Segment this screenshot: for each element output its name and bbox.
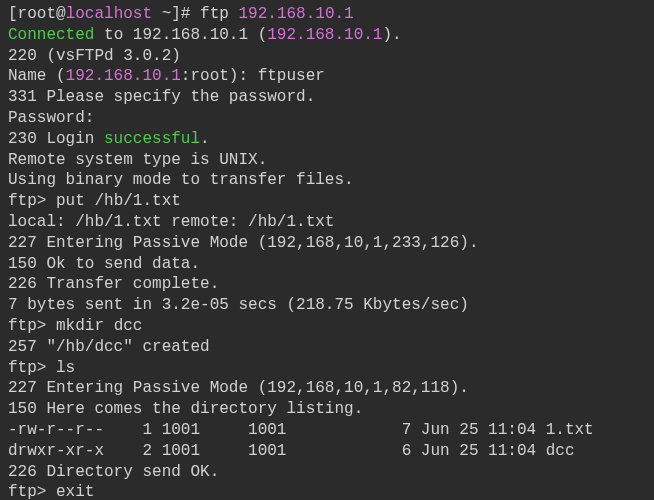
- ftp-put-line: ftp> put /hb/1.txt: [8, 191, 646, 212]
- mkdir-command[interactable]: mkdir dcc: [56, 317, 142, 335]
- local-remote: local: /hb/1.txt remote: /hb/1.txt: [8, 212, 646, 233]
- login-line: 230 Login successful.: [8, 129, 646, 150]
- dir-created: 257 "/hb/dcc" created: [8, 337, 646, 358]
- hostname: localhost: [66, 5, 152, 23]
- exit-command[interactable]: exit: [56, 483, 94, 500]
- name-ip: 192.168.10.1: [66, 67, 181, 85]
- ok-send-data: 150 Ok to send data.: [8, 254, 646, 275]
- name-pre: Name (: [8, 67, 66, 85]
- name-mid: :root):: [181, 67, 258, 85]
- at-sign: @: [56, 5, 66, 23]
- connected-end: ).: [382, 26, 401, 44]
- ftp-prompt: ftp>: [8, 359, 56, 377]
- connected-line: Connected to 192.168.10.1 (192.168.10.1)…: [8, 25, 646, 46]
- login-pre: 230 Login: [8, 130, 104, 148]
- system-type: Remote system type is UNIX.: [8, 150, 646, 171]
- bracket-open: [: [8, 5, 18, 23]
- put-command[interactable]: put /hb/1.txt: [56, 192, 181, 210]
- name-value[interactable]: ftpuser: [258, 67, 325, 85]
- pasv-mode-2: 227 Entering Passive Mode (192,168,10,1,…: [8, 378, 646, 399]
- login-successful: successful: [104, 130, 200, 148]
- pasv-mode-1: 227 Entering Passive Mode (192,168,10,1,…: [8, 233, 646, 254]
- dir-listing-header: 150 Here comes the directory listing.: [8, 399, 646, 420]
- bytes-sent: 7 bytes sent in 3.2e-05 secs (218.75 Kby…: [8, 295, 646, 316]
- connected-word: Connected: [8, 26, 94, 44]
- login-end: .: [200, 130, 210, 148]
- file-entry-2: drwxr-xr-x 2 1001 1001 6 Jun 25 11:04 dc…: [8, 441, 646, 462]
- path-prompt: ~]#: [152, 5, 200, 23]
- resp-331: 331 Please specify the password.: [8, 87, 646, 108]
- ftp-prompt: ftp>: [8, 483, 56, 500]
- connected-ip: 192.168.10.1: [267, 26, 382, 44]
- ftp-prompt: ftp>: [8, 192, 56, 210]
- ftp-mkdir-line: ftp> mkdir dcc: [8, 316, 646, 337]
- ftp-prompt: ftp>: [8, 317, 56, 335]
- ftp-target-ip: 192.168.10.1: [238, 5, 353, 23]
- binary-mode: Using binary mode to transfer files.: [8, 170, 646, 191]
- user: root: [18, 5, 56, 23]
- ftp-command[interactable]: ftp: [200, 5, 238, 23]
- dir-send-ok: 226 Directory send OK.: [8, 462, 646, 483]
- name-prompt-line: Name (192.168.10.1:root): ftpuser: [8, 66, 646, 87]
- ftp-exit-line: ftp> exit: [8, 482, 646, 500]
- connected-mid: to 192.168.10.1 (: [94, 26, 267, 44]
- password-prompt[interactable]: Password:: [8, 108, 646, 129]
- server-banner: 220 (vsFTPd 3.0.2): [8, 46, 646, 67]
- transfer-complete: 226 Transfer complete.: [8, 274, 646, 295]
- ls-command[interactable]: ls: [56, 359, 75, 377]
- shell-prompt-line: [root@localhost ~]# ftp 192.168.10.1: [8, 4, 646, 25]
- file-entry-1: -rw-r--r-- 1 1001 1001 7 Jun 25 11:04 1.…: [8, 420, 646, 441]
- ftp-ls-line: ftp> ls: [8, 358, 646, 379]
